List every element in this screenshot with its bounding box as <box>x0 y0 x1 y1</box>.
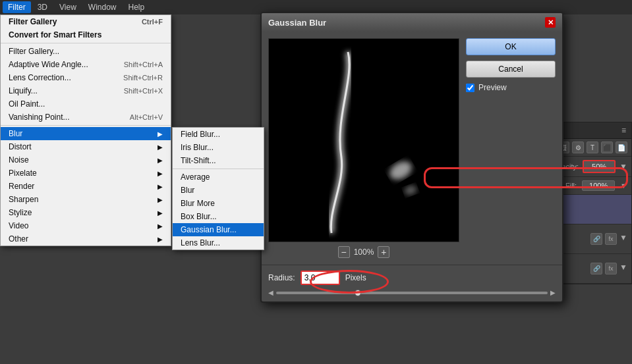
lens-blur[interactable]: Lens Blur... <box>173 236 264 249</box>
dialog-title-bar: Gaussian Blur ✕ <box>262 13 562 32</box>
cancel-button[interactable]: Cancel <box>466 61 556 78</box>
kind-icon-shape[interactable]: ⬛ <box>601 142 613 153</box>
layer-link-tech[interactable]: 🔗 <box>590 233 602 245</box>
dialog-body: − 100% + OK Cancel Preview <box>262 32 562 265</box>
zoom-controls: − 100% + <box>268 246 459 258</box>
layers-panel-options[interactable]: ≡ <box>616 122 631 138</box>
distort-item[interactable]: Distort ▶ <box>1 140 171 153</box>
liquify[interactable]: Liquify... Shift+Ctrl+X <box>1 84 171 97</box>
field-blur[interactable]: Field Blur... <box>173 128 264 141</box>
layer-expand-water[interactable]: ▼ <box>619 263 627 274</box>
other-item[interactable]: Other ▶ <box>1 232 171 246</box>
preview-checkbox-row: Preview <box>466 83 556 92</box>
zoom-in-button[interactable]: + <box>378 246 389 258</box>
kind-icon-adjustment[interactable]: ⚙ <box>572 142 584 153</box>
preview-label: Preview <box>478 83 507 92</box>
lens-correction[interactable]: Lens Correction... Shift+Ctrl+R <box>1 71 171 84</box>
radius-label: Radius: <box>268 273 295 282</box>
radius-row: Radius: Pixels <box>268 271 556 285</box>
slider-min-icon: ◀ <box>268 289 273 296</box>
gaussian-blur-item[interactable]: Gaussian Blur... <box>173 223 264 236</box>
kind-icon-type[interactable]: T <box>587 142 598 153</box>
layer-fx-tech: 🔗 fx ▼ <box>590 233 627 245</box>
blur-submenu: Field Blur... Iris Blur... Tilt-Shift...… <box>172 127 264 250</box>
stylize-item[interactable]: Stylize ▶ <box>1 206 171 219</box>
box-blur[interactable]: Box Blur... <box>173 210 264 223</box>
menu-help[interactable]: Help <box>123 1 150 13</box>
preview-area: − 100% + <box>268 38 459 258</box>
vanishing-point[interactable]: Vanishing Point... Alt+Ctrl+V <box>1 111 171 124</box>
layer-fx-water-icon[interactable]: fx <box>605 263 617 274</box>
blur-more[interactable]: Blur More <box>173 197 264 210</box>
menu-filter[interactable]: Filter <box>3 1 31 13</box>
preview-svg <box>269 39 459 242</box>
radius-unit: Pixels <box>345 273 366 282</box>
layer-fx-tech-icon[interactable]: fx <box>605 233 617 245</box>
blur[interactable]: Blur <box>173 184 264 197</box>
tilt-shift[interactable]: Tilt-Shift... <box>173 154 264 167</box>
slider-max-icon: ▶ <box>550 289 556 296</box>
kind-icon-smart[interactable]: 📄 <box>616 142 627 153</box>
dialog-right-controls: OK Cancel Preview <box>466 38 556 258</box>
render-item[interactable]: Render ▶ <box>1 180 171 193</box>
zoom-out-button[interactable]: − <box>338 246 350 258</box>
fill-label: Fill: <box>565 182 577 190</box>
filter-gallery-top[interactable]: Filter Gallery Ctrl+F <box>1 15 171 28</box>
dialog-footer: Radius: Pixels ◀ ▶ <box>262 265 562 301</box>
menu-window[interactable]: Window <box>83 1 122 13</box>
layer-fx-water-drop: 🔗 fx ▼ <box>590 263 627 274</box>
radius-input[interactable] <box>301 271 340 285</box>
gaussian-blur-dialog: Gaussian Blur ✕ <box>260 12 563 303</box>
separator-1 <box>1 43 171 43</box>
layer-expand-tech[interactable]: ▼ <box>619 233 627 245</box>
radius-slider-thumb[interactable] <box>355 290 361 296</box>
opacity-arrow[interactable]: ▼ <box>619 162 627 171</box>
separator-2 <box>1 125 171 126</box>
ok-button[interactable]: OK <box>466 38 556 55</box>
menu-3d[interactable]: 3D <box>32 1 53 13</box>
dialog-close-button[interactable]: ✕ <box>545 17 556 28</box>
fill-arrow[interactable]: ▼ <box>620 182 627 190</box>
video-item[interactable]: Video ▶ <box>1 219 171 232</box>
radius-slider-track[interactable] <box>276 292 548 294</box>
filter-gallery-item[interactable]: Filter Gallery... <box>1 45 171 58</box>
sub-sep <box>173 169 264 169</box>
fill-value[interactable]: 100% <box>582 180 615 191</box>
noise-item[interactable]: Noise ▶ <box>1 153 171 167</box>
filter-dropdown: Filter Gallery Ctrl+F Convert for Smart … <box>0 14 171 246</box>
preview-canvas-area <box>268 38 459 242</box>
layer-link-water[interactable]: 🔗 <box>590 263 602 274</box>
zoom-level: 100% <box>354 247 374 257</box>
kind-icons: 🖼 ⚙ T ⬛ 📄 <box>558 142 627 153</box>
sharpen-item[interactable]: Sharpen ▶ <box>1 193 171 206</box>
average[interactable]: Average <box>173 170 264 184</box>
adaptive-wide-angle[interactable]: Adaptive Wide Angle... Shift+Ctrl+A <box>1 58 171 71</box>
convert-smart-filters[interactable]: Convert for Smart Filters <box>1 28 171 41</box>
svg-rect-0 <box>269 39 459 242</box>
preview-checkbox[interactable] <box>466 84 474 92</box>
radius-slider-row: ◀ ▶ <box>268 289 556 296</box>
oil-paint[interactable]: Oil Paint... <box>1 97 171 111</box>
pixelate-item[interactable]: Pixelate ▶ <box>1 167 171 180</box>
blur-submenu-item[interactable]: Blur ▶ Field Blur... Iris Blur... Tilt-S… <box>1 127 171 140</box>
menu-view[interactable]: View <box>54 1 82 13</box>
iris-blur[interactable]: Iris Blur... <box>173 141 264 154</box>
opacity-value[interactable]: 50% <box>583 160 616 173</box>
